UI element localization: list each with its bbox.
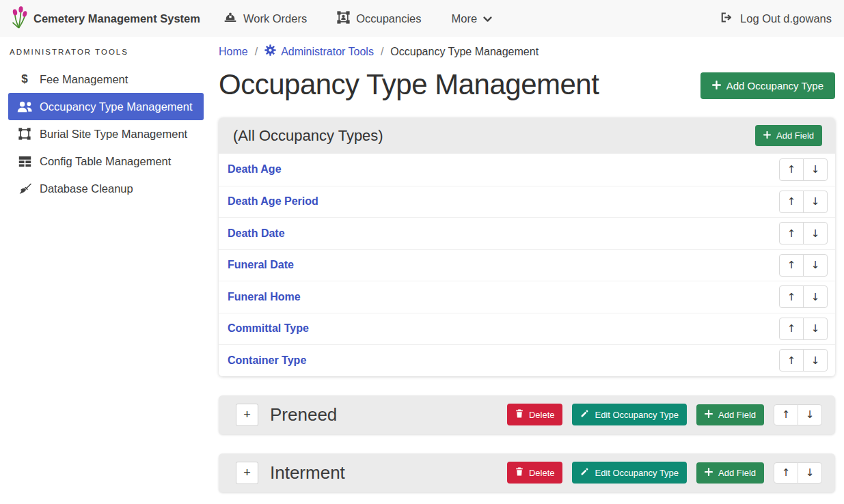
sidebar-item-label: Database Cleanup: [40, 182, 133, 195]
move-up-button[interactable]: ↑: [774, 462, 798, 484]
expand-button[interactable]: +: [236, 404, 258, 426]
add-field-button[interactable]: Add Field: [755, 125, 822, 146]
add-field-button[interactable]: Add Field: [696, 404, 764, 425]
move-down-button[interactable]: ↓: [803, 285, 828, 308]
logout-button[interactable]: Log Out d.gowans: [720, 12, 832, 26]
section-preneed-title: Preneed: [270, 404, 337, 425]
field-link-funeral-home[interactable]: Funeral Home: [228, 291, 301, 303]
field-row: Death Age ↑ ↓: [219, 154, 835, 186]
tulips-logo-icon: [10, 6, 28, 31]
pencil-icon: [580, 467, 589, 478]
trash-icon: [515, 467, 523, 478]
move-up-button[interactable]: ↑: [779, 318, 804, 340]
top-navbar: Cemetery Management System Work Orders: [0, 0, 844, 37]
field-link-container-type[interactable]: Container Type: [228, 354, 306, 367]
sidebar-item-config-table-management[interactable]: Config Table Management: [8, 148, 204, 175]
delete-label: Delete: [529, 410, 555, 420]
add-field-button[interactable]: Add Field: [696, 462, 764, 484]
nav-occupancies[interactable]: Occupancies: [337, 11, 421, 27]
nav-links: Work Orders Occupancies More: [223, 11, 492, 27]
move-up-button[interactable]: ↑: [779, 158, 804, 181]
sidebar-item-database-cleanup[interactable]: Database Cleanup: [8, 175, 204, 202]
delete-button[interactable]: Delete: [507, 462, 563, 484]
move-down-button[interactable]: ↓: [803, 191, 828, 213]
table-icon: [15, 156, 34, 167]
logout-label: Log Out d.gowans: [740, 12, 832, 25]
sidebar-item-burial-site-type-management[interactable]: Burial Site Type Management: [8, 120, 204, 148]
sidebar-item-fee-management[interactable]: $ Fee Management: [8, 66, 204, 93]
nav-more[interactable]: More: [452, 12, 493, 25]
trash-icon: [515, 409, 523, 420]
plus-icon: [705, 410, 713, 420]
move-down-button[interactable]: ↓: [803, 158, 828, 181]
sidebar-item-label: Occupancy Type Management: [40, 100, 193, 113]
move-up-button[interactable]: ↑: [774, 404, 798, 425]
add-occupancy-type-label: Add Occupancy Type: [726, 80, 823, 92]
field-link-death-age[interactable]: Death Age: [228, 163, 282, 176]
move-up-button[interactable]: ↑: [779, 254, 804, 277]
main-content: Home /: [212, 37, 844, 504]
move-down-button[interactable]: ↓: [803, 318, 828, 340]
sidebar: Administrator Tools $ Fee Management Occ…: [0, 37, 212, 504]
app-title: Cemetery Management System: [33, 12, 200, 25]
nav-occupancies-label: Occupancies: [356, 12, 421, 25]
reorder-group: ↑ ↓: [779, 254, 828, 277]
field-row: Death Age Period ↑ ↓: [219, 186, 835, 218]
all-occupancy-types-card: (All Occupancy Types) Add Field Death Ag…: [219, 117, 835, 376]
sidebar-heading: Administrator Tools: [10, 48, 204, 56]
sidebar-item-occupancy-type-management[interactable]: Occupancy Type Management: [8, 93, 204, 120]
breadcrumb: Home /: [219, 44, 835, 59]
move-down-button[interactable]: ↓: [803, 349, 828, 372]
nav-work-orders-label: Work Orders: [243, 12, 307, 25]
sidebar-item-label: Config Table Management: [40, 155, 171, 168]
field-link-death-date[interactable]: Death Date: [228, 227, 285, 240]
move-down-button[interactable]: ↓: [803, 222, 828, 244]
delete-label: Delete: [529, 468, 555, 478]
add-field-label: Add Field: [718, 468, 756, 478]
reorder-group: ↑ ↓: [779, 349, 828, 372]
reorder-group: ↑ ↓: [779, 318, 828, 340]
section-preneed: + Preneed Delete: [219, 395, 835, 434]
field-link-death-age-period[interactable]: Death Age Period: [228, 195, 318, 208]
breadcrumb-separator: /: [381, 46, 383, 58]
edit-occupancy-type-button[interactable]: Edit Occupancy Type: [572, 462, 687, 484]
field-row: Container Type ↑ ↓: [219, 344, 835, 376]
breadcrumb-administrator-tools[interactable]: Administrator Tools: [264, 44, 374, 59]
move-up-button[interactable]: ↑: [779, 191, 804, 213]
breadcrumb-administrator-tools-label: Administrator Tools: [281, 46, 374, 58]
person-frame-icon: [337, 11, 350, 27]
sidebar-item-label: Fee Management: [40, 73, 128, 86]
hard-hat-icon: [223, 12, 237, 26]
field-row: Funeral Date ↑ ↓: [219, 249, 835, 281]
edit-occupancy-type-label: Edit Occupancy Type: [595, 468, 679, 478]
expand-button[interactable]: +: [236, 462, 258, 484]
brand[interactable]: Cemetery Management System: [10, 6, 200, 31]
reorder-group: ↑ ↓: [774, 462, 822, 484]
field-row: Funeral Home ↑ ↓: [219, 281, 835, 313]
move-up-button[interactable]: ↑: [779, 349, 804, 372]
chevron-down-icon: [483, 12, 492, 25]
dollar-icon: $: [15, 72, 34, 86]
plus-icon: [763, 130, 771, 141]
move-down-button[interactable]: ↓: [798, 404, 822, 425]
move-down-button[interactable]: ↓: [798, 462, 822, 484]
nav-work-orders[interactable]: Work Orders: [223, 12, 307, 26]
move-down-button[interactable]: ↓: [803, 254, 828, 277]
field-link-funeral-date[interactable]: Funeral Date: [228, 259, 294, 271]
section-preneed-actions: Delete Edit Occupancy Type Add: [507, 404, 822, 425]
gear-icon: [264, 44, 276, 59]
breadcrumb-home[interactable]: Home: [219, 46, 248, 58]
edit-occupancy-type-button[interactable]: Edit Occupancy Type: [572, 404, 687, 425]
section-interment-actions: Delete Edit Occupancy Type Add: [507, 462, 822, 484]
frame-icon: [15, 128, 34, 140]
add-occupancy-type-button[interactable]: Add Occupancy Type: [700, 72, 835, 99]
move-up-button[interactable]: ↑: [779, 222, 804, 244]
section-interment: + Interment Delete: [219, 453, 835, 492]
plus-icon: [705, 468, 713, 478]
field-row: Death Date ↑ ↓: [219, 217, 835, 249]
reorder-group: ↑ ↓: [779, 285, 828, 308]
field-link-committal-type[interactable]: Committal Type: [228, 322, 309, 335]
delete-button[interactable]: Delete: [507, 404, 563, 425]
reorder-group: ↑ ↓: [779, 191, 828, 213]
move-up-button[interactable]: ↑: [779, 285, 804, 308]
